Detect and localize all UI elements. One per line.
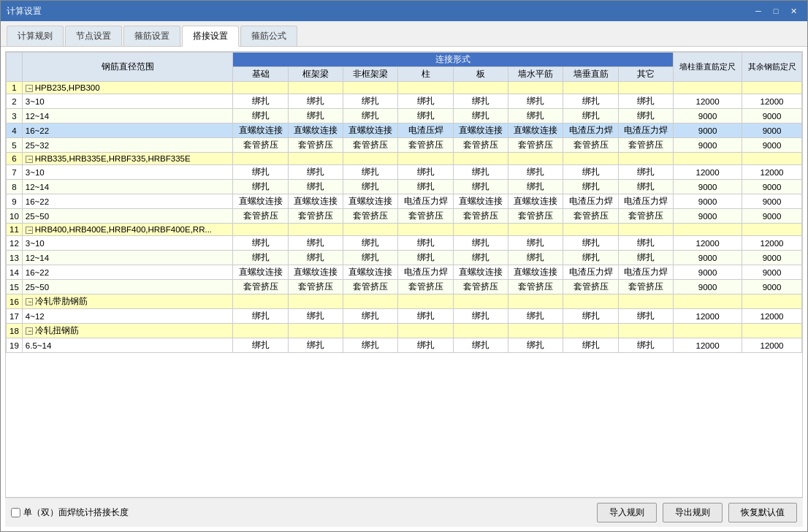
row-wall-fix[interactable]: 12000 xyxy=(674,338,742,353)
table-row[interactable]: 1525~50套管挤压套管挤压套管挤压套管挤压套管挤压套管挤压套管挤压套管挤压9… xyxy=(7,280,802,294)
row-connection-val[interactable] xyxy=(508,153,563,165)
table-row[interactable]: 1416~22直螺纹连接直螺纹连接直螺纹连接电渣压力焊直螺纹连接直螺纹连接电渣压… xyxy=(7,265,802,280)
row-connection-val[interactable]: 套管挤压 xyxy=(233,138,288,153)
row-connection-val[interactable]: 绑扎 xyxy=(563,236,618,251)
row-connection-val[interactable]: 绑扎 xyxy=(343,109,398,123)
expand-icon[interactable]: － xyxy=(26,298,33,305)
row-connection-val[interactable]: 绑扎 xyxy=(288,309,343,324)
row-other-fix[interactable]: 12000 xyxy=(742,94,802,109)
row-connection-val[interactable] xyxy=(563,82,618,94)
row-wall-fix[interactable]: 9000 xyxy=(674,138,742,153)
row-other-fix[interactable] xyxy=(742,153,802,165)
row-connection-val[interactable]: 套管挤压 xyxy=(288,209,343,224)
row-other-fix[interactable]: 9000 xyxy=(742,138,802,153)
table-row[interactable]: 6－HRB335,HRB335E,HRBF335,HRBF335E xyxy=(7,153,802,165)
row-connection-val[interactable]: 套管挤压 xyxy=(288,280,343,294)
row-connection-val[interactable]: 绑扎 xyxy=(233,309,288,324)
table-row[interactable]: 1025~50套管挤压套管挤压套管挤压套管挤压套管挤压套管挤压套管挤压套管挤压9… xyxy=(7,209,802,224)
row-connection-val[interactable]: 套管挤压 xyxy=(618,209,673,224)
row-connection-val[interactable]: 电渣压力焊 xyxy=(398,194,453,209)
row-connection-val[interactable]: 直螺纹连接 xyxy=(288,123,343,138)
row-connection-val[interactable]: 套管挤压 xyxy=(233,280,288,294)
row-connection-val[interactable]: 套管挤压 xyxy=(453,209,508,224)
row-other-fix[interactable]: 9000 xyxy=(742,209,802,224)
row-connection-val[interactable] xyxy=(343,324,398,338)
row-connection-val[interactable] xyxy=(288,224,343,236)
row-connection-val[interactable]: 绑扎 xyxy=(508,180,563,194)
row-wall-fix[interactable]: 9000 xyxy=(674,209,742,224)
row-connection-val[interactable]: 直螺纹连接 xyxy=(453,123,508,138)
row-connection-val[interactable]: 绑扎 xyxy=(453,236,508,251)
row-connection-val[interactable]: 绑扎 xyxy=(233,180,288,194)
table-row[interactable]: 73~10绑扎绑扎绑扎绑扎绑扎绑扎绑扎绑扎1200012000 xyxy=(7,165,802,180)
row-connection-val[interactable]: 绑扎 xyxy=(288,251,343,265)
row-connection-val[interactable] xyxy=(398,324,453,338)
row-connection-val[interactable] xyxy=(508,224,563,236)
row-connection-val[interactable] xyxy=(453,82,508,94)
row-connection-val[interactable]: 绑扎 xyxy=(398,94,453,109)
table-row[interactable]: 174~12绑扎绑扎绑扎绑扎绑扎绑扎绑扎绑扎1200012000 xyxy=(7,309,802,324)
row-connection-val[interactable]: 套管挤压 xyxy=(508,209,563,224)
row-other-fix[interactable]: 12000 xyxy=(742,309,802,324)
row-connection-val[interactable]: 直螺纹连接 xyxy=(453,194,508,209)
row-connection-val[interactable] xyxy=(508,82,563,94)
row-connection-val[interactable]: 绑扎 xyxy=(288,236,343,251)
table-row[interactable]: 525~32套管挤压套管挤压套管挤压套管挤压套管挤压套管挤压套管挤压套管挤压90… xyxy=(7,138,802,153)
row-wall-fix[interactable]: 9000 xyxy=(674,180,742,194)
row-connection-val[interactable] xyxy=(288,82,343,94)
row-connection-val[interactable]: 套管挤压 xyxy=(453,280,508,294)
row-connection-val[interactable]: 套管挤压 xyxy=(343,138,398,153)
row-connection-val[interactable]: 绑扎 xyxy=(508,94,563,109)
row-connection-val[interactable]: 套管挤压 xyxy=(398,138,453,153)
row-connection-val[interactable]: 直螺纹连接 xyxy=(233,265,288,280)
row-connection-val[interactable]: 绑扎 xyxy=(288,165,343,180)
row-connection-val[interactable]: 绑扎 xyxy=(618,251,673,265)
table-wrapper[interactable]: 钢筋直径范围 连接形式 墙柱垂直筋定尺 其余钢筋定尺 基础框架梁非框架梁柱板墙水… xyxy=(5,51,803,498)
row-connection-val[interactable]: 电渣压力焊 xyxy=(618,123,673,138)
row-connection-val[interactable] xyxy=(398,294,453,309)
row-connection-val[interactable]: 绑扎 xyxy=(563,180,618,194)
row-connection-val[interactable]: 直螺纹连接 xyxy=(288,265,343,280)
row-connection-val[interactable]: 绑扎 xyxy=(618,109,673,123)
row-connection-val[interactable] xyxy=(453,294,508,309)
row-wall-fix[interactable]: 9000 xyxy=(674,265,742,280)
expand-icon[interactable]: － xyxy=(26,227,33,234)
row-connection-val[interactable]: 套管挤压 xyxy=(508,280,563,294)
row-connection-val[interactable] xyxy=(233,153,288,165)
row-connection-val[interactable]: 绑扎 xyxy=(288,180,343,194)
row-connection-val[interactable] xyxy=(618,224,673,236)
row-other-fix[interactable] xyxy=(742,224,802,236)
close-button[interactable]: ✕ xyxy=(785,4,801,18)
expand-icon[interactable]: － xyxy=(26,85,33,92)
single-double-weld-checkbox[interactable] xyxy=(11,508,20,517)
row-connection-val[interactable] xyxy=(563,224,618,236)
row-connection-val[interactable] xyxy=(233,324,288,338)
row-connection-val[interactable]: 绑扎 xyxy=(343,94,398,109)
row-connection-val[interactable] xyxy=(563,153,618,165)
row-wall-fix[interactable] xyxy=(674,153,742,165)
row-connection-val[interactable]: 绑扎 xyxy=(563,94,618,109)
row-other-fix[interactable]: 12000 xyxy=(742,236,802,251)
row-other-fix[interactable]: 9000 xyxy=(742,109,802,123)
row-connection-val[interactable]: 绑扎 xyxy=(398,309,453,324)
row-wall-fix[interactable]: 9000 xyxy=(674,251,742,265)
row-connection-val[interactable]: 绑扎 xyxy=(618,165,673,180)
row-connection-val[interactable]: 绑扎 xyxy=(508,338,563,353)
row-connection-val[interactable] xyxy=(563,294,618,309)
table-row[interactable]: 196.5~14绑扎绑扎绑扎绑扎绑扎绑扎绑扎绑扎1200012000 xyxy=(7,338,802,353)
row-connection-val[interactable]: 套管挤压 xyxy=(563,280,618,294)
row-connection-val[interactable]: 绑扎 xyxy=(233,165,288,180)
checkbox-row[interactable]: 单（双）面焊统计搭接长度 xyxy=(11,506,129,519)
row-other-fix[interactable]: 9000 xyxy=(742,194,802,209)
row-connection-val[interactable]: 绑扎 xyxy=(508,309,563,324)
row-wall-fix[interactable] xyxy=(674,82,742,94)
row-wall-fix[interactable]: 12000 xyxy=(674,236,742,251)
table-row[interactable]: 11－HRB400,HRB400E,HRBF400,HRBF400E,RR... xyxy=(7,224,802,236)
expand-icon[interactable]: － xyxy=(26,327,33,335)
row-connection-val[interactable] xyxy=(233,224,288,236)
row-connection-val[interactable] xyxy=(398,82,453,94)
row-other-fix[interactable]: 9000 xyxy=(742,123,802,138)
row-connection-val[interactable]: 绑扎 xyxy=(233,236,288,251)
row-connection-val[interactable]: 套管挤压 xyxy=(563,209,618,224)
row-connection-val[interactable] xyxy=(618,324,673,338)
